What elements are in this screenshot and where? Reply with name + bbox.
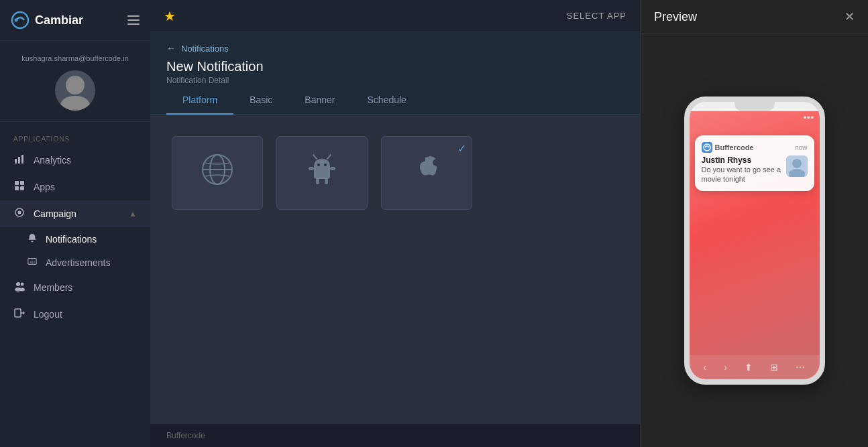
sidebar-item-notifications[interactable]: Notifications	[0, 227, 150, 251]
platform-card-android[interactable]	[276, 136, 368, 210]
svg-line-24	[313, 155, 317, 159]
svg-rect-6	[21, 155, 23, 164]
svg-point-2	[66, 76, 85, 94]
select-app-button[interactable]: SELECT APP	[567, 11, 627, 21]
svg-point-12	[18, 211, 21, 214]
apps-label: Apps	[34, 182, 137, 192]
phone-signal-icons: ●●●	[803, 114, 814, 121]
breadcrumb[interactable]: ← Notifications	[166, 43, 624, 54]
tab-banner[interactable]: Banner	[288, 85, 351, 115]
preview-panel: Preview ✕ ●●● Buffercode	[640, 0, 868, 447]
back-arrow-icon: ←	[166, 43, 176, 54]
phone-share-icon: ⬆	[745, 362, 753, 373]
phone-notch	[735, 102, 775, 111]
svg-point-34	[792, 159, 802, 168]
analytics-label: Analytics	[34, 155, 137, 166]
svg-rect-8	[20, 181, 24, 185]
sidebar-item-advertisements[interactable]: AD Advertisements	[0, 251, 150, 274]
advertisements-label: Advertisements	[46, 257, 110, 268]
grid-icon	[13, 180, 25, 194]
sidebar-item-logout[interactable]: Logout	[0, 301, 150, 328]
notifications-label: Notifications	[46, 234, 97, 245]
phone-menu-icon: ⋯	[796, 362, 805, 373]
phone-tabs-icon: ⊞	[770, 362, 778, 373]
phone-status-bar: ●●●	[690, 111, 820, 123]
svg-point-26	[317, 164, 320, 166]
platform-card-web[interactable]	[172, 136, 263, 210]
avatar-icon	[55, 70, 95, 111]
close-icon[interactable]: ✕	[845, 9, 855, 24]
sidebar-item-analytics[interactable]: Analytics	[0, 147, 150, 174]
sidebar-item-campaign[interactable]: Campaign ▲	[0, 200, 150, 227]
cambiar-logo-icon	[11, 11, 30, 29]
phone-back-icon: ‹	[704, 362, 707, 373]
phone-screen: ●●● Buffercode now Just	[690, 111, 820, 379]
checkmark-icon: ✓	[457, 142, 466, 155]
svg-line-25	[327, 155, 331, 159]
people-icon	[13, 281, 25, 294]
svg-point-19	[19, 288, 25, 292]
svg-rect-29	[325, 178, 328, 184]
svg-text:AD: AD	[30, 260, 36, 264]
ad-icon: AD	[27, 257, 38, 268]
tab-schedule[interactable]: Schedule	[351, 85, 423, 115]
svg-rect-10	[20, 186, 24, 190]
preview-title: Preview	[654, 10, 697, 24]
svg-rect-7	[15, 181, 19, 185]
android-icon	[305, 152, 339, 194]
platform-card-ios[interactable]: ✓	[381, 136, 472, 210]
sidebar-nav: APPLICATIONS Analytics Apps Campaign ▲	[0, 122, 150, 447]
star-icon: ★	[164, 8, 176, 24]
sidebar: Cambiar kushagra.sharma@buffercode.in AP…	[0, 0, 150, 447]
svg-rect-4	[15, 159, 17, 164]
svg-rect-20	[15, 309, 21, 317]
preview-body: ●●● Buffercode now Just	[641, 34, 868, 447]
chevron-up-icon: ▲	[129, 209, 137, 218]
applications-section-label: APPLICATIONS	[0, 127, 150, 147]
sidebar-logo-text: Cambiar	[35, 13, 83, 27]
buffercode-app-icon	[702, 142, 712, 153]
sidebar-item-apps[interactable]: Apps	[0, 174, 150, 200]
notification-sender: Justin Rhyss	[702, 155, 783, 165]
campaign-icon	[13, 207, 25, 220]
svg-point-1	[15, 19, 18, 22]
page-header: ← Notifications New Notification Notific…	[150, 32, 640, 85]
avatar	[55, 70, 95, 111]
phone-mockup: ●●● Buffercode now Just	[684, 97, 825, 385]
logout-icon	[13, 308, 25, 321]
tabs-bar: Platform Basic Banner Schedule	[150, 85, 640, 115]
svg-rect-31	[330, 167, 335, 170]
notification-body: Justin Rhyss Do you want to go see a mov…	[702, 155, 808, 184]
notification-content: Justin Rhyss Do you want to go see a mov…	[702, 155, 783, 184]
campaign-label: Campaign	[34, 208, 121, 219]
globe-icon	[200, 152, 235, 194]
svg-rect-9	[15, 186, 19, 190]
notification-time: now	[795, 144, 807, 151]
app-info: Buffercode	[702, 142, 754, 153]
apple-icon	[409, 152, 444, 194]
bar-chart-icon	[13, 153, 25, 167]
topbar: ★ SELECT APP	[150, 0, 640, 32]
hamburger-button[interactable]	[127, 15, 140, 25]
svg-point-18	[21, 283, 24, 286]
sidebar-header: Cambiar	[0, 0, 150, 41]
sidebar-item-members[interactable]: Members	[0, 274, 150, 301]
phone-forward-icon: ›	[724, 362, 727, 373]
tab-platform[interactable]: Platform	[166, 85, 233, 115]
campaign-submenu: Notifications AD Advertisements	[0, 227, 150, 274]
svg-rect-5	[18, 157, 20, 164]
svg-point-13	[31, 241, 34, 242]
notification-avatar	[786, 155, 808, 177]
notification-app-name: Buffercode	[715, 143, 754, 151]
svg-point-32	[704, 144, 710, 151]
page-title: New Notification	[166, 59, 624, 74]
notification-card: Buffercode now Justin Rhyss Do you want …	[695, 135, 814, 191]
tab-basic[interactable]: Basic	[233, 85, 288, 115]
preview-header: Preview ✕	[641, 0, 868, 34]
sidebar-user: kushagra.sharma@buffercode.in	[0, 41, 150, 122]
page-subtitle: Notification Detail	[166, 76, 624, 85]
footer-bar: Buffercode	[150, 424, 640, 447]
members-label: Members	[34, 282, 137, 293]
svg-rect-30	[309, 167, 314, 170]
main-content: ★ SELECT APP ← Notifications New Notific…	[150, 0, 640, 447]
